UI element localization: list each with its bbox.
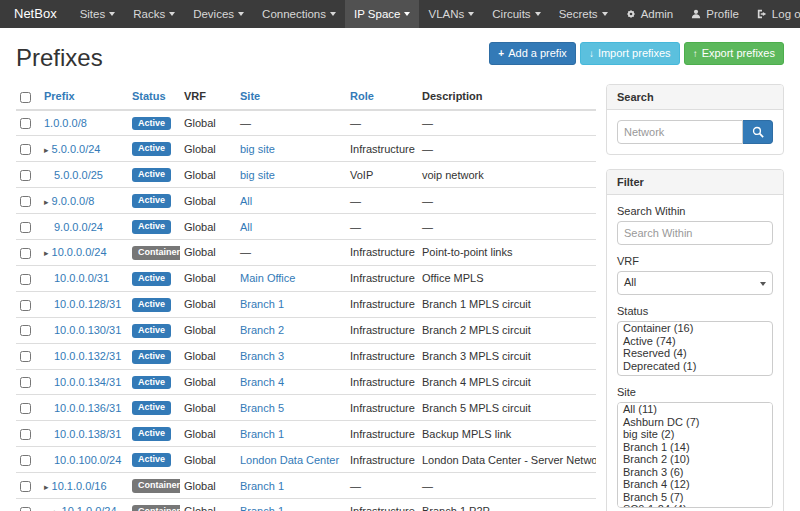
site-link[interactable]: Branch 3: [240, 350, 284, 362]
select-all-checkbox[interactable]: [20, 92, 31, 103]
listbox-option[interactable]: Reserved (4): [618, 347, 772, 360]
site-link[interactable]: London Data Center: [240, 454, 339, 466]
prefix-link[interactable]: 10.0.0.136/31: [54, 402, 121, 414]
row-checkbox[interactable]: [20, 481, 31, 492]
status-badge[interactable]: Active: [132, 376, 171, 390]
prefix-link[interactable]: 10.0.0.0/31: [54, 272, 109, 284]
site-link[interactable]: Branch 1: [240, 428, 284, 440]
brand[interactable]: NetBox: [0, 0, 71, 28]
prefix-link[interactable]: 10.0.0.130/31: [54, 324, 121, 336]
search-input[interactable]: [617, 120, 743, 144]
site-link[interactable]: Branch 2: [240, 324, 284, 336]
listbox-option[interactable]: All (11): [618, 403, 772, 416]
listbox-option[interactable]: Deprecated (1): [618, 360, 772, 373]
site-link[interactable]: Branch 1: [240, 298, 284, 310]
prefix-link[interactable]: 1.0.0.0/8: [44, 117, 87, 129]
row-checkbox[interactable]: [20, 377, 31, 388]
row-checkbox[interactable]: [20, 196, 31, 207]
row-checkbox[interactable]: [20, 274, 31, 285]
prefix-link[interactable]: 10.1.0.0/24: [62, 505, 117, 511]
nav-item-devices[interactable]: Devices: [184, 0, 253, 28]
status-badge[interactable]: Active: [132, 220, 171, 234]
site-link[interactable]: Branch 4: [240, 376, 284, 388]
nav-item-racks[interactable]: Racks: [124, 0, 184, 28]
row-checkbox[interactable]: [20, 222, 31, 233]
status-badge[interactable]: Container: [132, 246, 180, 260]
nav-item-connections[interactable]: Connections: [253, 0, 345, 28]
column-header-prefix[interactable]: Prefix: [40, 84, 128, 110]
row-checkbox[interactable]: [20, 351, 31, 362]
site-link[interactable]: All: [240, 221, 252, 233]
row-checkbox[interactable]: [20, 429, 31, 440]
prefix-link[interactable]: 10.0.0.132/31: [54, 350, 121, 362]
row-checkbox[interactable]: [20, 118, 31, 129]
nav-item-profile[interactable]: Profile: [682, 0, 748, 28]
listbox-option[interactable]: Branch 5 (7): [618, 491, 772, 504]
status-badge[interactable]: Active: [132, 324, 171, 338]
nav-item-sites[interactable]: Sites: [71, 0, 125, 28]
row-checkbox[interactable]: [20, 455, 31, 466]
prefix-link[interactable]: 10.0.0.0/24: [52, 246, 107, 258]
status-badge[interactable]: Active: [132, 117, 171, 131]
import-prefixes-button[interactable]: ↓ Import prefixes: [580, 42, 680, 65]
prefix-link[interactable]: 10.0.100.0/24: [54, 454, 121, 466]
status-badge[interactable]: Active: [132, 194, 171, 208]
site-listbox[interactable]: All (11)Ashburn DC (7)big site (2)Branch…: [617, 402, 773, 508]
prefix-link[interactable]: 9.0.0.0/8: [52, 195, 95, 207]
nav-item-admin[interactable]: Admin: [617, 0, 683, 28]
prefix-link[interactable]: 9.0.0.0/24: [54, 221, 103, 233]
export-prefixes-button[interactable]: ↑ Export prefixes: [684, 42, 784, 65]
status-badge[interactable]: Active: [132, 350, 171, 364]
listbox-option[interactable]: Branch 2 (10): [618, 453, 772, 466]
status-badge[interactable]: Active: [132, 427, 171, 441]
vrf-select[interactable]: All: [617, 271, 773, 295]
row-checkbox[interactable]: [20, 507, 31, 511]
prefix-link[interactable]: 5.0.0.0/25: [54, 169, 103, 181]
row-checkbox[interactable]: [20, 300, 31, 311]
row-checkbox[interactable]: [20, 248, 31, 259]
status-badge[interactable]: Container: [132, 479, 180, 493]
nav-item-circuits[interactable]: Circuits: [483, 0, 549, 28]
nav-item-secrets[interactable]: Secrets: [550, 0, 617, 28]
listbox-option[interactable]: Ashburn DC (7): [618, 416, 772, 429]
column-header-role[interactable]: Role: [346, 84, 418, 110]
search-button[interactable]: [743, 120, 773, 144]
prefix-link[interactable]: 5.0.0.0/24: [52, 143, 101, 155]
status-badge[interactable]: Active: [132, 298, 171, 312]
listbox-option[interactable]: Active (74): [618, 335, 772, 348]
row-checkbox[interactable]: [20, 170, 31, 181]
search-within-input[interactable]: [617, 221, 773, 245]
column-header-status[interactable]: Status: [128, 84, 180, 110]
status-badge[interactable]: Active: [132, 142, 171, 156]
listbox-option[interactable]: Branch 4 (12): [618, 478, 772, 491]
nav-item-log-out[interactable]: Log out: [748, 0, 800, 28]
listbox-option[interactable]: Branch 1 (14): [618, 441, 772, 454]
nav-item-ip-space[interactable]: IP Space: [345, 0, 419, 28]
status-listbox[interactable]: Container (16)Active (74)Reserved (4)Dep…: [617, 321, 773, 376]
row-checkbox[interactable]: [20, 403, 31, 414]
row-checkbox[interactable]: [20, 325, 31, 336]
prefix-link[interactable]: 10.1.0.0/16: [52, 480, 107, 492]
prefix-link[interactable]: 10.0.0.128/31: [54, 298, 121, 310]
site-link[interactable]: big site: [240, 143, 275, 155]
status-badge[interactable]: Container: [132, 505, 180, 511]
site-link[interactable]: Branch 1: [240, 505, 284, 511]
prefix-link[interactable]: 10.0.0.138/31: [54, 428, 121, 440]
site-link[interactable]: Main Office: [240, 272, 295, 284]
listbox-option[interactable]: big site (2): [618, 428, 772, 441]
site-link[interactable]: big site: [240, 169, 275, 181]
add-prefix-button[interactable]: + Add a prefix: [489, 42, 576, 65]
status-badge[interactable]: Active: [132, 168, 171, 182]
status-badge[interactable]: Active: [132, 272, 171, 286]
listbox-option[interactable]: Branch 3 (6): [618, 466, 772, 479]
row-checkbox[interactable]: [20, 144, 31, 155]
listbox-option[interactable]: Container (16): [618, 322, 772, 335]
site-link[interactable]: Branch 1: [240, 480, 284, 492]
status-badge[interactable]: Active: [132, 401, 171, 415]
site-link[interactable]: All: [240, 195, 252, 207]
prefix-link[interactable]: 10.0.0.134/31: [54, 376, 121, 388]
nav-item-vlans[interactable]: VLANs: [419, 0, 483, 28]
column-header-site[interactable]: Site: [236, 84, 346, 110]
status-badge[interactable]: Active: [132, 453, 171, 467]
site-link[interactable]: Branch 5: [240, 402, 284, 414]
